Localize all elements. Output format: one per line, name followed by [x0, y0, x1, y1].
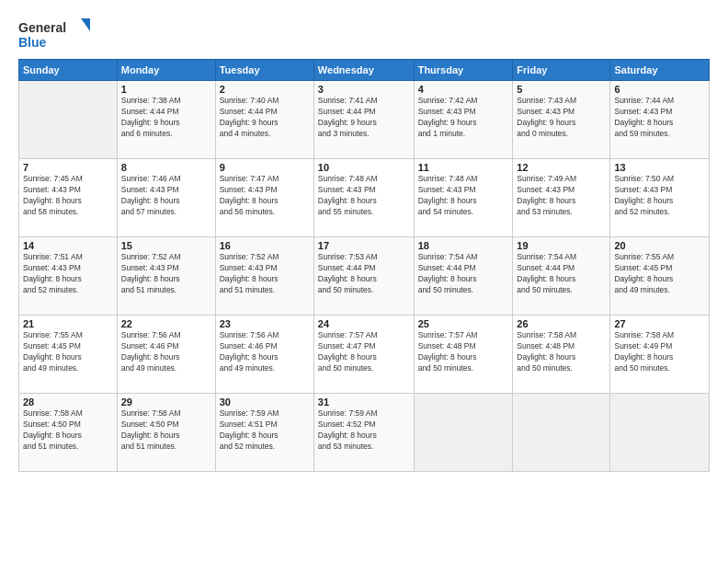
day-cell: 25Sunrise: 7:57 AMSunset: 4:48 PMDayligh… [414, 316, 513, 394]
day-cell: 31Sunrise: 7:59 AMSunset: 4:52 PMDayligh… [313, 394, 414, 472]
day-info: Sunrise: 7:41 AMSunset: 4:44 PMDaylight:… [318, 96, 410, 140]
day-cell: 27Sunrise: 7:58 AMSunset: 4:49 PMDayligh… [610, 316, 710, 394]
week-row-3: 14Sunrise: 7:51 AMSunset: 4:43 PMDayligh… [19, 237, 710, 316]
day-number: 26 [517, 318, 606, 329]
column-header-friday: Friday [513, 60, 610, 81]
day-number: 11 [418, 162, 509, 173]
day-number: 2 [220, 84, 310, 95]
day-info: Sunrise: 7:52 AMSunset: 4:43 PMDaylight:… [220, 252, 310, 296]
column-header-sunday: Sunday [19, 60, 118, 81]
page: General Blue SundayMondayTuesdayWednesda… [0, 0, 728, 563]
day-number: 9 [220, 162, 310, 173]
day-cell: 19Sunrise: 7:54 AMSunset: 4:44 PMDayligh… [513, 237, 610, 316]
day-number: 18 [418, 240, 509, 251]
day-info: Sunrise: 7:57 AMSunset: 4:47 PMDaylight:… [318, 330, 410, 374]
day-info: Sunrise: 7:57 AMSunset: 4:48 PMDaylight:… [418, 330, 509, 374]
day-cell: 23Sunrise: 7:56 AMSunset: 4:46 PMDayligh… [215, 316, 313, 394]
day-cell: 22Sunrise: 7:56 AMSunset: 4:46 PMDayligh… [117, 316, 215, 394]
day-info: Sunrise: 7:47 AMSunset: 4:43 PMDaylight:… [220, 174, 310, 218]
day-number: 27 [614, 318, 705, 329]
day-number: 25 [418, 318, 509, 329]
week-row-1: 1Sunrise: 7:38 AMSunset: 4:44 PMDaylight… [19, 81, 710, 159]
svg-marker-1 [81, 18, 90, 31]
day-number: 30 [220, 396, 310, 408]
day-cell: 17Sunrise: 7:53 AMSunset: 4:44 PMDayligh… [313, 237, 414, 316]
day-number: 20 [614, 240, 705, 251]
day-number: 19 [517, 240, 606, 251]
day-number: 7 [23, 162, 113, 173]
column-header-thursday: Thursday [414, 60, 513, 81]
day-cell: 8Sunrise: 7:46 AMSunset: 4:43 PMDaylight… [117, 159, 215, 237]
day-number: 24 [318, 318, 410, 329]
week-row-5: 28Sunrise: 7:58 AMSunset: 4:50 PMDayligh… [19, 394, 710, 472]
day-cell: 18Sunrise: 7:54 AMSunset: 4:44 PMDayligh… [414, 237, 513, 316]
day-number: 3 [318, 84, 410, 95]
day-info: Sunrise: 7:56 AMSunset: 4:46 PMDaylight:… [121, 330, 211, 374]
day-info: Sunrise: 7:58 AMSunset: 4:49 PMDaylight:… [614, 330, 705, 374]
day-cell: 9Sunrise: 7:47 AMSunset: 4:43 PMDaylight… [215, 159, 313, 237]
day-cell: 2Sunrise: 7:40 AMSunset: 4:44 PMDaylight… [215, 81, 313, 159]
day-number: 1 [121, 84, 211, 95]
week-row-4: 21Sunrise: 7:55 AMSunset: 4:45 PMDayligh… [19, 316, 710, 394]
day-info: Sunrise: 7:42 AMSunset: 4:43 PMDaylight:… [418, 96, 509, 140]
day-cell: 6Sunrise: 7:44 AMSunset: 4:43 PMDaylight… [610, 81, 710, 159]
day-info: Sunrise: 7:53 AMSunset: 4:44 PMDaylight:… [318, 252, 410, 296]
header: General Blue [18, 17, 710, 52]
day-cell: 16Sunrise: 7:52 AMSunset: 4:43 PMDayligh… [215, 237, 313, 316]
day-number: 17 [318, 240, 410, 251]
day-info: Sunrise: 7:49 AMSunset: 4:43 PMDaylight:… [517, 174, 606, 218]
logo: General Blue [18, 17, 92, 52]
day-cell: 28Sunrise: 7:58 AMSunset: 4:50 PMDayligh… [19, 394, 118, 472]
day-info: Sunrise: 7:38 AMSunset: 4:44 PMDaylight:… [121, 96, 211, 140]
day-number: 4 [418, 84, 509, 95]
day-cell: 13Sunrise: 7:50 AMSunset: 4:43 PMDayligh… [610, 159, 710, 237]
day-cell: 15Sunrise: 7:52 AMSunset: 4:43 PMDayligh… [117, 237, 215, 316]
day-info: Sunrise: 7:52 AMSunset: 4:43 PMDaylight:… [121, 252, 211, 296]
day-number: 10 [318, 162, 410, 173]
calendar-body: 1Sunrise: 7:38 AMSunset: 4:44 PMDaylight… [19, 81, 710, 472]
day-info: Sunrise: 7:48 AMSunset: 4:43 PMDaylight:… [318, 174, 410, 218]
day-info: Sunrise: 7:46 AMSunset: 4:43 PMDaylight:… [121, 174, 211, 218]
column-header-monday: Monday [117, 60, 215, 81]
logo-svg: General Blue [18, 17, 92, 52]
day-number: 12 [517, 162, 606, 173]
day-cell: 14Sunrise: 7:51 AMSunset: 4:43 PMDayligh… [19, 237, 118, 316]
week-row-2: 7Sunrise: 7:45 AMSunset: 4:43 PMDaylight… [19, 159, 710, 237]
day-info: Sunrise: 7:43 AMSunset: 4:43 PMDaylight:… [517, 96, 606, 140]
day-number: 22 [121, 318, 211, 329]
day-number: 8 [121, 162, 211, 173]
day-number: 29 [121, 396, 211, 408]
day-cell [513, 394, 610, 472]
day-cell: 5Sunrise: 7:43 AMSunset: 4:43 PMDaylight… [513, 81, 610, 159]
day-cell: 29Sunrise: 7:58 AMSunset: 4:50 PMDayligh… [117, 394, 215, 472]
day-cell: 12Sunrise: 7:49 AMSunset: 4:43 PMDayligh… [513, 159, 610, 237]
day-number: 15 [121, 240, 211, 251]
day-number: 28 [23, 396, 113, 408]
day-cell: 7Sunrise: 7:45 AMSunset: 4:43 PMDaylight… [19, 159, 118, 237]
day-cell: 20Sunrise: 7:55 AMSunset: 4:45 PMDayligh… [610, 237, 710, 316]
day-number: 31 [318, 396, 410, 408]
day-number: 23 [220, 318, 310, 329]
day-number: 14 [23, 240, 113, 251]
column-header-tuesday: Tuesday [215, 60, 313, 81]
day-number: 13 [614, 162, 705, 173]
calendar-table: SundayMondayTuesdayWednesdayThursdayFrid… [18, 59, 710, 472]
day-info: Sunrise: 7:40 AMSunset: 4:44 PMDaylight:… [220, 96, 310, 140]
day-cell [414, 394, 513, 472]
day-cell: 1Sunrise: 7:38 AMSunset: 4:44 PMDaylight… [117, 81, 215, 159]
day-number: 5 [517, 84, 606, 95]
day-info: Sunrise: 7:51 AMSunset: 4:43 PMDaylight:… [23, 252, 113, 296]
day-info: Sunrise: 7:59 AMSunset: 4:51 PMDaylight:… [220, 408, 310, 453]
day-info: Sunrise: 7:48 AMSunset: 4:43 PMDaylight:… [418, 174, 509, 218]
svg-text:Blue: Blue [18, 35, 47, 50]
column-header-wednesday: Wednesday [313, 60, 414, 81]
day-cell: 3Sunrise: 7:41 AMSunset: 4:44 PMDaylight… [313, 81, 414, 159]
day-info: Sunrise: 7:58 AMSunset: 4:50 PMDaylight:… [23, 408, 113, 453]
calendar-header: SundayMondayTuesdayWednesdayThursdayFrid… [19, 60, 710, 81]
day-cell: 10Sunrise: 7:48 AMSunset: 4:43 PMDayligh… [313, 159, 414, 237]
day-cell: 30Sunrise: 7:59 AMSunset: 4:51 PMDayligh… [215, 394, 313, 472]
svg-text:General: General [18, 20, 66, 35]
header-row: SundayMondayTuesdayWednesdayThursdayFrid… [19, 60, 710, 81]
day-info: Sunrise: 7:55 AMSunset: 4:45 PMDaylight:… [614, 252, 705, 296]
day-info: Sunrise: 7:55 AMSunset: 4:45 PMDaylight:… [23, 330, 113, 374]
